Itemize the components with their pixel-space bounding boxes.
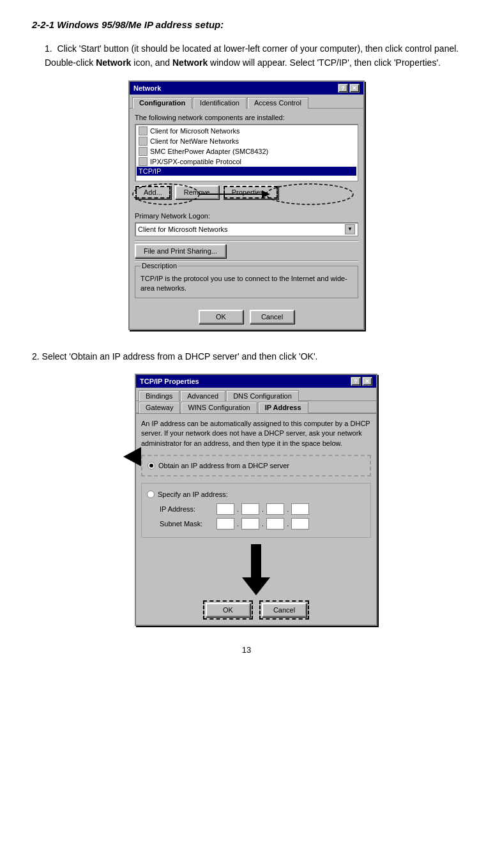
properties-button[interactable]: Properties...: [223, 185, 278, 199]
primary-logon-value: Client for Microsoft Networks: [138, 225, 228, 233]
ok-button-2[interactable]: OK: [206, 603, 250, 617]
ip-octet-3[interactable]: [266, 503, 284, 515]
network-dialog-titlebar: Network ? ✕: [130, 82, 363, 95]
left-arrow-annotation: [116, 441, 148, 475]
network-icon-2: [139, 147, 148, 156]
svg-marker-4: [123, 447, 141, 466]
radio-dhcp-label: Obtain an IP address from a DHCP server: [158, 462, 289, 469]
tab-access-control[interactable]: Access Control: [247, 97, 308, 109]
tab-ipaddress[interactable]: IP Address: [258, 402, 308, 413]
left-arrow-svg: [116, 441, 148, 473]
radio-specify-label: Specify an IP address:: [158, 491, 228, 498]
ip-label: IP Address:: [160, 505, 214, 513]
step1-bold1: Network: [96, 57, 131, 68]
step1-text: 1. Click 'Start' button (it should be lo…: [32, 42, 461, 70]
radio-specify[interactable]: Specify an IP address:: [147, 491, 365, 498]
step1-bold2: Network: [172, 57, 208, 68]
dot-3: .: [287, 505, 289, 513]
radio-specify-circle: [147, 491, 155, 498]
close-btn[interactable]: ✕: [349, 84, 360, 93]
subnet-mask-group: Subnet Mask: . . .: [160, 518, 365, 529]
subnet-dot-1: .: [237, 520, 239, 528]
ip-octet-1[interactable]: [216, 503, 234, 515]
tcpip-tabs-row1: Bindings Advanced DNS Configuration: [136, 388, 376, 401]
titlebar-controls: ? ✕: [338, 84, 360, 93]
network-list-label: The following network components are ins…: [135, 114, 358, 121]
tcpip-close-btn[interactable]: ✕: [362, 377, 372, 386]
divider-1: [135, 240, 358, 241]
tcpip-tabs-row2: Gateway WINS Configuration IP Address: [136, 401, 376, 414]
list-item-0-text: Client for Microsoft Networks: [150, 127, 240, 135]
tcpip-content: An IP address can be automatically assig…: [136, 414, 376, 625]
tab-wins[interactable]: WINS Configuration: [181, 402, 257, 413]
dot-2: .: [262, 505, 264, 513]
ok-dashed-wrapper: OK: [203, 600, 253, 620]
down-arrow-annotation: [141, 544, 371, 595]
network-icon-0: [139, 126, 148, 135]
radio-dhcp-circle: [148, 462, 155, 469]
cancel-dashed-wrapper: Cancel: [259, 600, 309, 620]
step2-content: 2. Select 'Obtain an IP address from a D…: [32, 351, 318, 362]
help-btn[interactable]: ?: [338, 84, 348, 93]
list-item-4-text: TCP/IP: [139, 167, 161, 175]
network-icon-1: [139, 137, 148, 146]
network-dialog: Network ? ✕ Configuration Identification…: [128, 80, 365, 330]
network-content: The following network components are ins…: [130, 109, 363, 329]
dot-1: .: [237, 505, 239, 513]
ip-address-group: IP Address: . . .: [160, 503, 365, 515]
description-groupbox: Description TCP/IP is the protocol you u…: [135, 266, 358, 298]
tab-identification[interactable]: Identification: [193, 97, 247, 109]
list-item-3-text: IPX/SPX-compatible Protocol: [150, 158, 241, 165]
subnet-octet-2[interactable]: [241, 518, 259, 529]
tab-dns[interactable]: DNS Configuration: [226, 390, 299, 401]
tab-advanced[interactable]: Advanced: [180, 390, 225, 401]
subnet-dot-3: .: [287, 520, 289, 528]
ip-octet-2[interactable]: [241, 503, 259, 515]
list-item-2[interactable]: SMC EtherPower Adapter (SMC8432): [137, 146, 356, 156]
tab-bindings[interactable]: Bindings: [139, 390, 179, 401]
subnet-octet-4[interactable]: [291, 518, 309, 529]
network-tabs: Configuration Identification Access Cont…: [130, 95, 363, 109]
subnet-label: Subnet Mask:: [160, 520, 214, 528]
primary-logon-label: Primary Network Logon:: [135, 212, 358, 220]
down-arrow-icon: [243, 544, 269, 595]
network-action-buttons: Add... Remove Properties...: [135, 185, 358, 199]
tcpip-help-btn[interactable]: ?: [351, 377, 361, 386]
subnet-octet-1[interactable]: [216, 518, 234, 529]
tcpip-title: TCP/IP Properties: [140, 377, 199, 385]
step1-text3: window will appear. Select 'TCP/IP', the…: [208, 57, 441, 68]
remove-button[interactable]: Remove: [175, 185, 219, 199]
tab-configuration[interactable]: Configuration: [132, 97, 192, 109]
add-button[interactable]: Add...: [135, 185, 171, 199]
section-heading: 2-2-1 Windows 95/98/Me IP address setup:: [32, 19, 461, 30]
description-text: TCP/IP is the protocol you use to connec…: [140, 274, 353, 294]
step2-text: 2. Select 'Obtain an IP address from a D…: [32, 349, 461, 363]
network-dialog-title: Network: [133, 84, 161, 92]
list-item-3[interactable]: IPX/SPX-compatible Protocol: [137, 156, 356, 167]
network-listbox[interactable]: Client for Microsoft Networks Client for…: [135, 124, 358, 181]
list-item-2-text: SMC EtherPower Adapter (SMC8432): [150, 148, 268, 155]
radio-options-box: Obtain an IP address from a DHCP server: [141, 455, 371, 476]
description-label: Description: [140, 262, 178, 270]
diagram2-container: TCP/IP Properties ? ✕ Bindings Advanced …: [116, 374, 377, 626]
primary-logon-dropdown[interactable]: Client for Microsoft Networks ▼: [135, 222, 358, 236]
tab-gateway[interactable]: Gateway: [139, 402, 180, 413]
list-item-4[interactable]: TCP/IP: [137, 167, 356, 176]
list-item-1[interactable]: Client for NetWare Networks: [137, 136, 356, 146]
tcpip-dialog: TCP/IP Properties ? ✕ Bindings Advanced …: [135, 374, 377, 626]
network-icon-3: [139, 157, 148, 166]
diagram1-container: Network ? ✕ Configuration Identification…: [122, 80, 371, 330]
cancel-button-2[interactable]: Cancel: [262, 603, 307, 617]
cancel-button-1[interactable]: Cancel: [250, 310, 294, 324]
tcpip-titlebar-controls: ? ✕: [351, 377, 372, 386]
subnet-octet-3[interactable]: [266, 518, 284, 529]
file-sharing-button[interactable]: File and Print Sharing...: [135, 244, 226, 258]
list-item-0[interactable]: Client for Microsoft Networks: [137, 126, 356, 136]
step1-text2: icon, and: [131, 57, 172, 68]
dropdown-arrow-icon[interactable]: ▼: [345, 224, 355, 234]
radio-dhcp[interactable]: Obtain an IP address from a DHCP server: [148, 462, 365, 469]
tcpip-titlebar: TCP/IP Properties ? ✕: [136, 375, 376, 388]
ip-octet-4[interactable]: [291, 503, 309, 515]
ok-button-1[interactable]: OK: [199, 310, 243, 324]
list-item-1-text: Client for NetWare Networks: [150, 137, 239, 145]
